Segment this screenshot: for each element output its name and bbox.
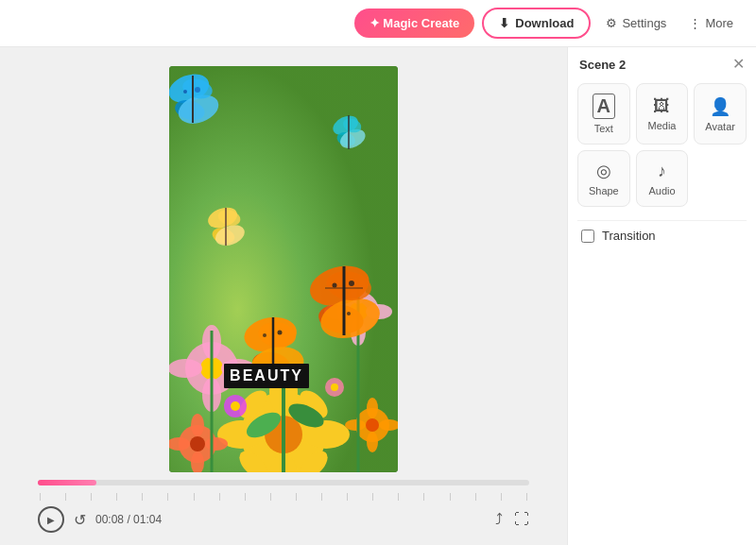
scene-svg: BEAUTY [169, 66, 398, 472]
tick [65, 493, 66, 501]
svg-point-37 [231, 401, 240, 411]
settings-icon: ⚙ [606, 16, 617, 30]
topbar: ✦ Magic Create ⬇ Download ⚙ Settings ⋮ M… [0, 0, 756, 47]
svg-point-39 [331, 383, 338, 391]
replay-button[interactable]: ↺ [74, 511, 86, 529]
tick [372, 493, 373, 501]
tick [194, 493, 195, 501]
close-button[interactable]: ✕ [732, 57, 745, 72]
right-panel: Scene 2 ✕ A Text 🖼 Media 👤 Avatar ◎ Shap [567, 47, 756, 545]
canvas-area: BEAUTY [0, 47, 567, 545]
svg-point-34 [345, 419, 366, 431]
progress-bar-container[interactable] [38, 480, 529, 485]
text-icon: A [593, 94, 615, 119]
more-button[interactable]: ⋮ More [681, 10, 741, 36]
svg-point-16 [169, 359, 202, 378]
magic-create-label: ✦ Magic Create [369, 16, 460, 30]
timeline-area: ▶ ↺ 00:08 / 01:04 ⤴ [19, 480, 548, 533]
tick [116, 493, 117, 501]
tick [91, 493, 92, 501]
svg-text:BEAUTY: BEAUTY [230, 367, 303, 383]
magic-create-button[interactable]: ✦ Magic Create [354, 9, 475, 38]
fullscreen-icon: ⛶ [514, 511, 529, 527]
scene-title: Scene 2 [579, 58, 626, 72]
tick [526, 493, 527, 501]
playback-controls: ▶ ↺ 00:08 / 01:04 [38, 506, 162, 533]
settings-button[interactable]: ⚙ Settings [598, 10, 674, 36]
svg-point-50 [195, 87, 200, 93]
share-button[interactable]: ⤴ [495, 511, 503, 528]
download-button[interactable]: ⬇ Download [482, 8, 591, 39]
controls-row: ▶ ↺ 00:08 / 01:04 ⤴ [38, 506, 529, 533]
video-canvas: BEAUTY [169, 66, 398, 472]
download-label: Download [515, 16, 574, 30]
svg-point-33 [367, 432, 378, 452]
fullscreen-button[interactable]: ⛶ [514, 511, 529, 528]
audio-icon: ♪ [658, 162, 666, 181]
share-icon: ⤴ [495, 511, 503, 527]
tools-grid: A Text 🖼 Media 👤 Avatar ◎ Shape ♪ Audio [577, 83, 747, 207]
svg-point-65 [347, 312, 351, 315]
svg-point-31 [366, 418, 379, 432]
tick [270, 493, 271, 501]
svg-point-51 [183, 90, 187, 94]
play-button[interactable]: ▶ [38, 506, 64, 533]
tick [475, 493, 476, 501]
tick [321, 493, 322, 501]
svg-point-25 [190, 436, 205, 451]
scene-header: Scene 2 ✕ [577, 57, 747, 72]
tool-shape[interactable]: ◎ Shape [577, 150, 630, 207]
shape-icon: ◎ [596, 161, 611, 181]
svg-point-32 [367, 398, 378, 418]
tick [296, 493, 297, 501]
tool-text-label: Text [594, 123, 613, 134]
secondary-controls: ⤴ ⛶ [495, 511, 529, 528]
tool-shape-label: Shape [589, 185, 619, 196]
media-icon: 🖼 [653, 96, 670, 116]
download-icon: ⬇ [499, 16, 509, 30]
tick [398, 493, 399, 501]
svg-point-29 [205, 437, 228, 451]
avatar-icon: 👤 [710, 96, 730, 117]
tool-media[interactable]: 🖼 Media [636, 83, 689, 145]
tool-avatar-label: Avatar [705, 121, 735, 132]
svg-point-26 [191, 414, 204, 436]
transition-section: Transition [577, 220, 747, 250]
tick [40, 493, 41, 501]
tool-media-label: Media [648, 120, 677, 131]
tick-marks [38, 493, 529, 501]
settings-label: Settings [622, 16, 666, 30]
tick [142, 493, 143, 501]
svg-point-71 [278, 331, 283, 335]
current-time: 00:08 / 01:04 [95, 513, 162, 526]
tick [219, 493, 220, 501]
svg-point-72 [263, 333, 266, 337]
svg-point-64 [333, 283, 337, 288]
transition-checkbox[interactable] [581, 230, 594, 243]
tick [501, 493, 502, 501]
tool-text[interactable]: A Text [577, 83, 630, 145]
tick [423, 493, 424, 501]
tool-audio[interactable]: ♪ Audio [636, 150, 689, 207]
tick [167, 493, 168, 501]
play-icon: ▶ [47, 515, 55, 525]
svg-point-63 [349, 281, 354, 286]
replay-icon: ↺ [74, 512, 86, 528]
progress-fill [38, 480, 96, 485]
tick [347, 493, 348, 501]
more-label: More [705, 16, 733, 30]
tick [245, 493, 246, 501]
tick [450, 493, 451, 501]
tool-avatar[interactable]: 👤 Avatar [694, 83, 747, 145]
tool-audio-label: Audio [648, 185, 675, 196]
transition-label[interactable]: Transition [602, 229, 656, 243]
more-icon: ⋮ [689, 16, 701, 30]
main-content: BEAUTY [0, 47, 756, 545]
